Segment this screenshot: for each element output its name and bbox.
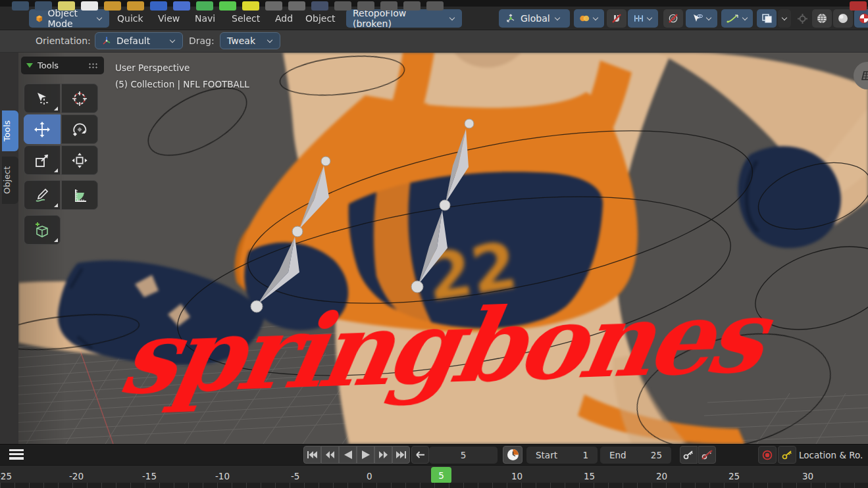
tool-cursor-button[interactable] <box>61 84 98 113</box>
sidebar-tab-tools[interactable]: Tools <box>2 110 18 151</box>
play-button[interactable] <box>357 446 374 464</box>
timeline-bar: 5 Start 1 End 25 <box>0 444 868 465</box>
ruler-tick: -5 <box>291 471 299 481</box>
retopoflow-dropdown[interactable]: RetopoFlow (broken) <box>346 9 462 28</box>
subtool-indicator <box>54 107 58 110</box>
back-jump-button[interactable] <box>411 446 429 464</box>
shading-solid-button[interactable] <box>833 9 853 28</box>
jump-end-icon <box>396 451 407 459</box>
start-value: 1 <box>582 450 588 460</box>
tool-measure-button[interactable] <box>61 180 98 210</box>
gizmos-button[interactable] <box>794 9 811 28</box>
app-strip-icon <box>311 1 328 11</box>
tool-tweak-button[interactable] <box>24 84 61 113</box>
jump-to-end-button[interactable] <box>392 446 410 464</box>
playhead[interactable]: 5 <box>431 467 451 483</box>
transform-orientation-dropdown[interactable]: Global <box>499 9 570 28</box>
ruler-tick: 30 <box>802 471 813 481</box>
tool-settings-bar: Orientation: Default Drag: Tweak <box>0 30 868 53</box>
tool-annotate-button[interactable] <box>24 180 61 210</box>
ruler-tick: -15 <box>142 471 157 481</box>
active-collection-label: (5) Collection | NFL FOOTBALL <box>115 79 249 89</box>
overlays-dropdown[interactable] <box>778 9 791 28</box>
solid-sphere-icon <box>837 12 849 24</box>
app-strip-icon <box>173 1 190 11</box>
end-frame-field[interactable]: End 25 <box>600 447 671 464</box>
falloff-dropdown[interactable] <box>721 9 753 28</box>
current-frame-field[interactable]: 5 <box>429 447 498 464</box>
auto-keying-toggle[interactable] <box>758 446 777 464</box>
viewport-3d[interactable]: 22 <box>0 53 868 444</box>
next-key-icon <box>378 451 388 459</box>
record-icon <box>762 450 773 460</box>
ruler-minor-ticks <box>0 483 868 488</box>
pivot-point-dropdown[interactable] <box>574 9 604 28</box>
tool-scale-button[interactable] <box>24 145 61 175</box>
frame-ruler[interactable]: -25 -20 -15 -10 -5 0 10 15 20 25 30 5 <box>0 465 868 488</box>
start-frame-field[interactable]: Start 1 <box>526 447 598 464</box>
app-strip-icon <box>104 1 121 11</box>
timeline-menu-button[interactable] <box>9 449 24 460</box>
snap-settings-dropdown[interactable] <box>628 9 658 28</box>
tools-panel-header[interactable]: Tools <box>21 57 104 74</box>
increment-snap-icon <box>633 14 644 23</box>
selectability-dropdown[interactable] <box>686 9 717 28</box>
prev-key-icon <box>325 451 335 459</box>
play-icon <box>361 450 370 460</box>
chevron-down-icon <box>555 16 561 22</box>
key-slash-icon <box>702 450 713 460</box>
axes-icon <box>102 36 111 45</box>
menu-navi[interactable]: Navi <box>190 9 220 28</box>
overlays-toggle[interactable] <box>757 9 777 28</box>
app-strip-icon <box>196 1 213 11</box>
tool-transform-button[interactable] <box>61 145 98 175</box>
preview-range-clock-button[interactable] <box>503 446 523 464</box>
app-strip-icon <box>357 1 374 11</box>
retopoflow-label: RetopoFlow (broken) <box>353 8 445 29</box>
end-label: End <box>609 450 626 460</box>
app-strip-icon <box>58 1 75 11</box>
app-strip <box>0 0 868 7</box>
orientation-default-dropdown[interactable]: Default <box>95 32 183 49</box>
menu-add[interactable]: Add <box>270 9 298 28</box>
shading-material-button[interactable] <box>854 9 868 28</box>
jump-to-start-button[interactable] <box>303 446 321 464</box>
keying-set-button[interactable] <box>778 446 796 464</box>
menu-object[interactable]: Object <box>300 9 341 28</box>
app-strip-icon <box>850 1 867 11</box>
shading-wireframe-button[interactable] <box>812 9 832 28</box>
scale-icon <box>34 152 51 169</box>
arrow-left-icon <box>415 451 425 458</box>
tool-rotate-button[interactable] <box>61 114 98 144</box>
delete-keyframe-button[interactable] <box>698 446 716 464</box>
insert-keyframe-button[interactable] <box>680 446 698 464</box>
chevron-down-icon <box>97 16 103 22</box>
ruler-tick: 20 <box>656 471 667 481</box>
ruler-tick: 25 <box>728 471 740 481</box>
sidebar-tab-object[interactable]: Object <box>2 157 18 204</box>
ruler-tick: 15 <box>584 471 595 481</box>
tool-move-button[interactable] <box>24 114 61 144</box>
proportional-editing-toggle[interactable] <box>663 9 683 28</box>
keying-set-label[interactable]: Location & Ro. <box>799 447 868 464</box>
chevron-down-icon <box>170 38 176 44</box>
menu-select[interactable]: Select <box>226 9 265 28</box>
play-reverse-button[interactable] <box>339 446 357 464</box>
grid-icon <box>861 70 868 82</box>
drag-tweak-dropdown[interactable]: Tweak <box>220 32 280 49</box>
tool-add-cube-button[interactable] <box>24 215 61 245</box>
view-perspective-label: User Perspective <box>115 62 190 73</box>
mode-dropdown[interactable]: Object Mode <box>29 9 109 28</box>
next-keyframe-button[interactable] <box>374 446 392 464</box>
prev-keyframe-button[interactable] <box>321 446 339 464</box>
menu-quick[interactable]: Quick <box>112 9 149 28</box>
menu-view[interactable]: View <box>153 9 185 28</box>
overlays-icon <box>761 13 773 24</box>
app-strip-icon <box>81 1 98 11</box>
app-strip-icon <box>150 1 167 11</box>
sidebar-tabstrip: Tools Object <box>0 53 18 444</box>
chevron-down-icon <box>742 16 748 22</box>
app-strip-icon <box>12 1 29 11</box>
ruler-tick: -25 <box>0 471 12 481</box>
snapping-toggle[interactable] <box>607 9 626 28</box>
